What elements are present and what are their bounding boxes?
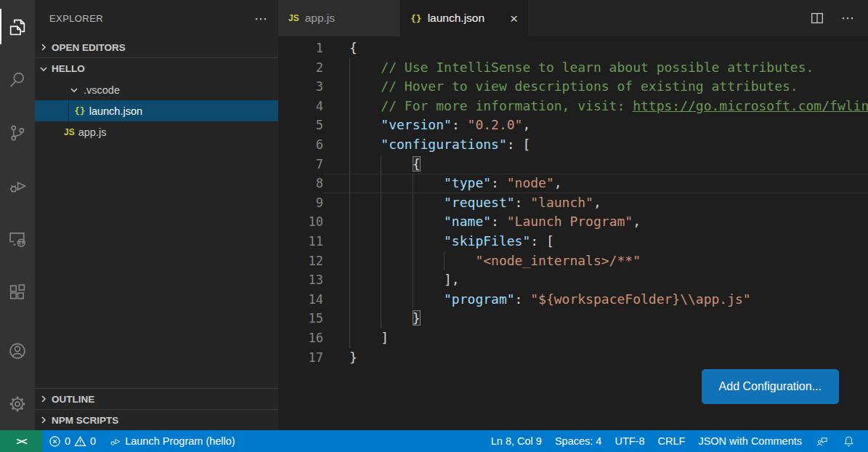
sidebar-title: EXPLORER [49,13,103,24]
activity-settings-button[interactable] [0,377,35,430]
code-text: "program": "${workspaceFolder}\\app.js" [323,290,751,310]
code-line[interactable]: 16] [278,328,868,348]
code-line[interactable]: 3// Hover to view descriptions of existi… [278,77,868,97]
debug-config-label: Launch Program (hello) [125,435,235,447]
code-line[interactable]: 14"program": "${workspaceFolder}\\app.js… [278,290,868,310]
code-line[interactable]: 15} [278,309,868,328]
account-icon [7,341,28,361]
code-token: "version" [381,117,452,132]
tree-item-vscode-folder[interactable]: .vscode [35,79,278,100]
tab-app-js[interactable]: JS app.js [278,0,400,36]
line-number[interactable]: 13 [278,270,323,290]
split-editor-icon[interactable] [809,10,825,26]
tree-item-app-js[interactable]: JS app.js [35,121,278,142]
comment-link[interactable]: https://go.microsoft.com/fwlink [633,98,868,113]
activity-remote-explorer-button[interactable] [0,212,35,265]
code-text: // Hover to view descriptions of existin… [323,77,798,97]
code-line[interactable]: 10"name": "Launch Program", [278,212,868,232]
code-token: : [452,117,468,132]
activity-run-debug-button[interactable] [0,159,35,212]
section-workspace-hello[interactable]: HELLO [35,58,278,79]
cursor-position[interactable]: Ln 8, Col 9 [484,430,548,452]
code-line[interactable]: 8"type": "node", [278,174,868,193]
sidebar-empty-space [35,142,278,388]
code-line[interactable]: 13], [278,270,868,290]
error-icon [49,435,61,448]
activity-account-button[interactable] [0,324,35,377]
tree-item-launch-json[interactable]: {} launch.json [35,100,278,121]
line-number[interactable]: 10 [278,212,323,232]
code-line[interactable]: 12"<node_internals>/**" [278,251,868,271]
activity-explorer-button[interactable] [0,0,35,53]
code-line[interactable]: 6"configurations": [ [278,135,868,155]
section-outline[interactable]: OUTLINE [35,388,278,409]
warning-count: 0 [90,435,96,447]
line-number[interactable]: 17 [278,348,323,368]
sidebar-more-actions-icon[interactable]: ⋯ [254,15,268,23]
activity-source-control-button[interactable] [0,106,35,159]
activity-search-button[interactable] [0,53,35,106]
line-number[interactable]: 15 [278,309,323,328]
line-number[interactable]: 9 [278,193,323,213]
line-number[interactable]: 11 [278,232,323,251]
code-token: "<node_internals>/**" [475,253,641,268]
line-number[interactable]: 1 [278,39,323,58]
line-number[interactable]: 8 [278,174,323,193]
code-editor[interactable]: 1{2// Use IntelliSense to learn about po… [278,36,868,430]
indent-guides [349,116,381,135]
close-icon[interactable]: × [510,12,518,25]
code-line[interactable]: 2// Use IntelliSense to learn about poss… [278,58,868,78]
line-number[interactable]: 7 [278,155,323,174]
code-line[interactable]: 5"version": "0.2.0", [278,116,868,135]
indent-guides [349,155,413,174]
sidebar-explorer: EXPLORER ⋯ OPEN EDITORS HELLO .vscode {}… [35,0,278,430]
code-token: : [491,214,507,229]
encoding-setting[interactable]: UTF-8 [608,430,651,452]
section-npm-scripts[interactable]: NPM SCRIPTS [35,409,278,430]
line-number[interactable]: 6 [278,135,323,155]
add-configuration-button[interactable]: Add Configuration... [702,369,839,404]
line-number[interactable]: 3 [278,77,323,97]
code-token: // Use IntelliSense to learn about possi… [381,60,814,75]
code-token: , [522,117,530,132]
code-text: "request": "launch", [323,193,601,213]
feedback-button[interactable] [808,430,835,452]
indent-guides [349,251,475,271]
indent-guides [349,58,381,78]
code-line[interactable]: 7{ [278,155,868,174]
activity-extensions-button[interactable] [0,265,35,318]
line-number[interactable]: 5 [278,116,323,135]
remote-indicator[interactable]: >< [0,430,42,452]
code-line[interactable]: 9"request": "launch", [278,193,868,213]
line-number[interactable]: 4 [278,97,323,116]
js-file-icon: JS [64,127,75,137]
main-area: EXPLORER ⋯ OPEN EDITORS HELLO .vscode {}… [0,0,868,430]
code-line[interactable]: 4// For more information, visit: https:/… [278,97,868,116]
line-number[interactable]: 12 [278,251,323,271]
language-mode[interactable]: JSON with Comments [691,430,808,452]
code-line[interactable]: 17} [278,348,868,368]
remote-explorer-icon [7,229,28,249]
code-line[interactable]: 11"skipFiles": [ [278,232,868,251]
more-actions-icon[interactable]: ⋯ [841,15,855,22]
line-number[interactable]: 2 [278,58,323,78]
tab-launch-json[interactable]: {} launch.json × [400,0,529,36]
line-number[interactable]: 16 [278,328,323,348]
code-text: } [323,309,421,328]
line-number[interactable]: 14 [278,290,323,310]
problems-indicator[interactable]: 0 0 [42,430,102,452]
code-line[interactable]: 1{ [278,39,868,58]
indent-guides [349,290,444,310]
section-open-editors[interactable]: OPEN EDITORS [35,37,278,58]
notifications-button[interactable] [835,430,862,452]
code-token: { [349,40,357,55]
tree-item-label: app.js [78,126,107,138]
debug-launch-status[interactable]: Launch Program (hello) [102,430,242,452]
code-text: "configurations": [ [323,135,530,155]
code-text: "version": "0.2.0", [323,116,530,135]
eol-setting[interactable]: CRLF [652,430,692,452]
source-control-icon [7,123,28,143]
indentation-setting[interactable]: Spaces: 4 [548,430,609,452]
editor-actions: ⋯ [809,0,868,36]
code-token: "name" [444,214,491,229]
